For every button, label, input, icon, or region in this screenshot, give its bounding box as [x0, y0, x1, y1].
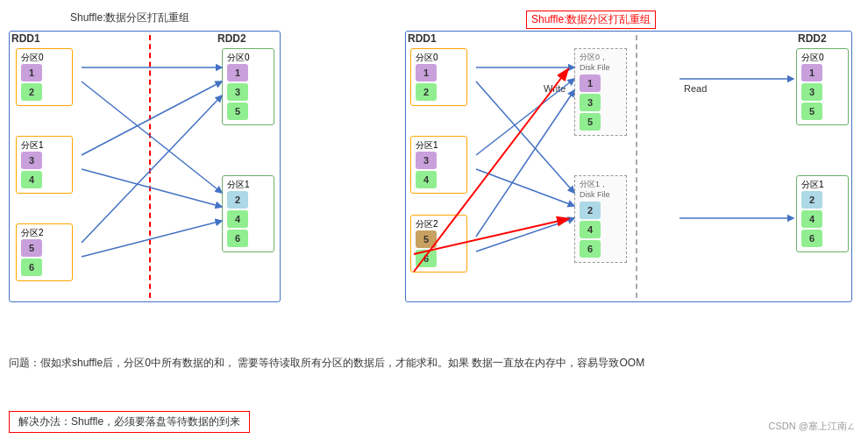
right-dashed-line	[636, 35, 637, 298]
right-outer-border	[405, 31, 852, 302]
right-rdd1-part2: 分区2 5 6	[410, 215, 467, 273]
right-rdd1-part0: 分区0 1 2	[410, 48, 467, 106]
left-rdd2-part0: 分区0 1 3 5	[222, 48, 274, 125]
watermark: CSDN @塞上江南∠	[769, 420, 855, 433]
rdd2-label-right: RDD2	[798, 32, 827, 45]
left-rdd1-part1: 分区1 3 4	[16, 136, 73, 194]
write-label: Write	[544, 83, 566, 94]
rdd1-label-left: RDD1	[11, 32, 40, 45]
solution-box: 解决办法：Shuffle，必须要落盘等待数据的到来	[9, 411, 250, 433]
shuffle-label-right: Shuffle:数据分区打乱重组	[526, 11, 656, 29]
left-rdd1-part0: 分区0 1 2	[16, 48, 73, 106]
left-rdd1-part2: 分区2 5 6	[16, 223, 73, 281]
disk0-col: 分区0，Disk File 1 3 5	[574, 48, 627, 136]
rdd2-label-left: RDD2	[217, 32, 246, 45]
bottom-question: 问题：假如求shuffle后，分区0中所有数据的和， 需要等待读取所有分区的数据…	[9, 354, 644, 372]
main-container: Shuffle:数据分区打乱重组 RDD1 RDD2 分区0 1 2 分区1 3…	[0, 0, 868, 446]
left-rdd2-part1: 分区1 2 4 6	[222, 175, 274, 252]
right-rdd1-part1: 分区1 3 4	[410, 136, 467, 194]
disk1-col: 分区1，Disk File 2 4 6	[574, 175, 627, 263]
shuffle-label-left: Shuffle:数据分区打乱重组	[70, 11, 189, 25]
read-label: Read	[684, 83, 707, 94]
rdd1-label-right: RDD1	[408, 32, 437, 45]
right-rdd2-part1: 分区1 2 4 6	[796, 175, 849, 252]
left-dashed-line	[149, 35, 151, 298]
right-rdd2-part0: 分区0 1 3 5	[796, 48, 849, 125]
